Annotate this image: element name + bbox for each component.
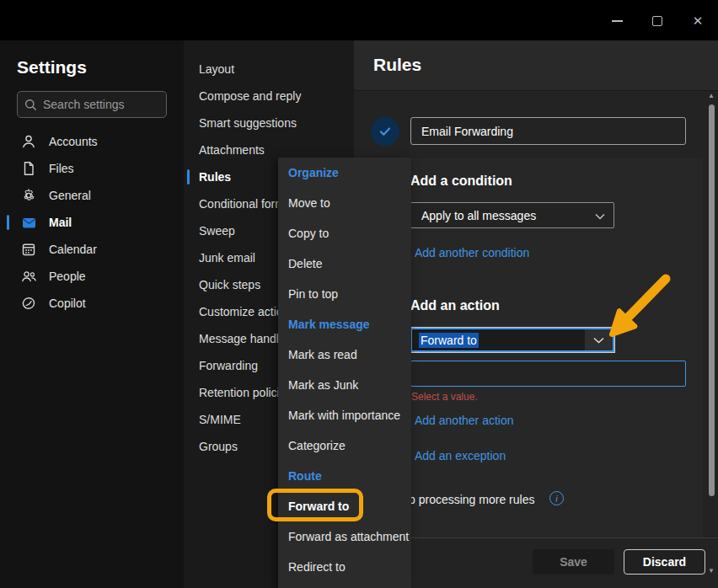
settings-title: Settings (17, 57, 87, 78)
sidebar-item-general[interactable]: General (0, 182, 184, 209)
menu-header-mark-message: Mark message (278, 309, 411, 339)
save-button[interactable]: Save (533, 549, 614, 575)
chevron-down-icon (595, 209, 605, 222)
scroll-up-icon[interactable]: ▲ (708, 93, 715, 99)
sidebar-item-label: General (49, 189, 91, 202)
nav-item-label: S/MIME (199, 413, 241, 426)
menu-item-mark-as-read[interactable]: Mark as read (278, 339, 411, 370)
copilot-icon (20, 295, 37, 312)
menu-item-delete[interactable]: Delete (278, 249, 411, 279)
sidebar-item-files[interactable]: Files (0, 155, 184, 182)
menu-item-mark-as-junk[interactable]: Mark as Junk (278, 370, 411, 400)
add-another-condition-link[interactable]: Add another condition (415, 246, 529, 259)
sidebar-item-label: Accounts (49, 135, 98, 148)
titlebar: ✕ (0, 0, 718, 40)
condition-select[interactable]: Apply to all messages (410, 202, 614, 228)
rule-name-input[interactable] (410, 117, 686, 145)
menu-item-move-to[interactable]: Move to (278, 188, 411, 218)
scrollbar-thumb[interactable] (709, 104, 715, 496)
nav-item-label: Junk email (199, 251, 255, 265)
header-divider (354, 90, 718, 91)
people-icon (20, 268, 37, 285)
search-icon (24, 99, 37, 111)
search-settings-box[interactable]: Search settings (17, 91, 167, 118)
minimize-button[interactable] (603, 7, 631, 35)
checkmark-icon (378, 125, 392, 138)
sidebar-item-label: Mail (49, 216, 72, 229)
nav-item-label: Rules (199, 170, 231, 184)
maximize-button[interactable] (643, 7, 672, 35)
chevron-down-icon[interactable] (585, 329, 613, 350)
stop-processing-label: Stop processing more rules (391, 493, 534, 506)
condition-selected-value: Apply to all messages (421, 209, 536, 222)
file-icon (20, 160, 37, 177)
selected-indicator (7, 215, 9, 230)
sidebar-item-people[interactable]: People (0, 263, 184, 290)
sidebar-item-label: Files (49, 162, 74, 175)
action-heading: Add an action (410, 298, 500, 313)
close-button[interactable]: ✕ (683, 7, 712, 35)
nav-item-label: Groups (199, 440, 238, 453)
action-options-menu: Organize Move to Copy to Delete Pin to t… (278, 158, 411, 588)
menu-item-forward-to[interactable]: Forward to (278, 491, 411, 521)
nav-item-compose-and-reply[interactable]: Compose and reply (184, 83, 354, 110)
menu-item-forward-as-attachment[interactable]: Forward as attachment (278, 521, 411, 552)
close-icon: ✕ (693, 13, 704, 29)
rule-enabled-badge[interactable] (371, 117, 399, 146)
nav-item-label: Forwarding (199, 359, 258, 372)
rules-panel-header: Rules (354, 40, 718, 90)
action-select[interactable]: Forward to (410, 328, 614, 352)
menu-header-route: Route (278, 461, 411, 491)
add-an-exception-link[interactable]: Add an exception (415, 449, 506, 462)
sidebar-item-label: Calendar (49, 243, 97, 256)
nav-item-label: Sweep (199, 224, 235, 238)
nav-item-label: Compose and reply (199, 89, 301, 103)
nav-item-label: Attachments (199, 143, 265, 157)
settings-sidebar: Settings Search settings Accounts Files … (0, 40, 184, 588)
mail-icon (20, 214, 37, 231)
sidebar-item-label: Copilot (49, 297, 86, 310)
selected-indicator (187, 169, 190, 184)
person-icon (20, 133, 37, 150)
sidebar-nav: Accounts Files General Mail Calendar (0, 128, 184, 317)
sidebar-item-copilot[interactable]: Copilot (0, 290, 184, 317)
gear-icon (20, 187, 37, 204)
search-placeholder: Search settings (43, 98, 125, 111)
condition-heading: Add a condition (410, 174, 512, 189)
sidebar-item-calendar[interactable]: Calendar (0, 236, 184, 263)
action-value-input[interactable] (410, 361, 686, 387)
sidebar-item-label: People (49, 270, 86, 283)
nav-item-label: Layout (199, 62, 234, 76)
maximize-icon (652, 16, 662, 26)
nav-item-layout[interactable]: Layout (184, 56, 354, 83)
sidebar-item-accounts[interactable]: Accounts (0, 128, 184, 155)
calendar-icon (20, 241, 37, 258)
minimize-icon (612, 20, 623, 22)
page-title: Rules (373, 55, 421, 75)
menu-item-copy-to[interactable]: Copy to (278, 218, 411, 249)
sidebar-item-mail[interactable]: Mail (0, 209, 184, 236)
menu-item-categorize[interactable]: Categorize (278, 430, 411, 461)
menu-item-mark-with-importance[interactable]: Mark with importance (278, 400, 411, 430)
menu-header-organize: Organize (278, 158, 411, 188)
scroll-down-icon[interactable]: ▼ (708, 568, 715, 575)
menu-item-redirect-to[interactable]: Redirect to (278, 552, 411, 582)
info-icon[interactable]: i (549, 491, 564, 505)
validation-error-text: Select a value. (411, 391, 478, 403)
add-another-action-link[interactable]: Add another action (415, 414, 514, 427)
settings-window: ✕ Settings Search settings Accounts File… (0, 0, 718, 588)
menu-item-pin-to-top[interactable]: Pin to top (278, 279, 411, 309)
nav-item-label: Smart suggestions (199, 116, 297, 130)
action-selected-value: Forward to (419, 333, 479, 348)
nav-item-smart-suggestions[interactable]: Smart suggestions (184, 110, 354, 136)
discard-button[interactable]: Discard (624, 549, 705, 575)
nav-item-label: Quick steps (199, 278, 260, 291)
scrollbar[interactable]: ▲ ▼ (707, 93, 715, 581)
